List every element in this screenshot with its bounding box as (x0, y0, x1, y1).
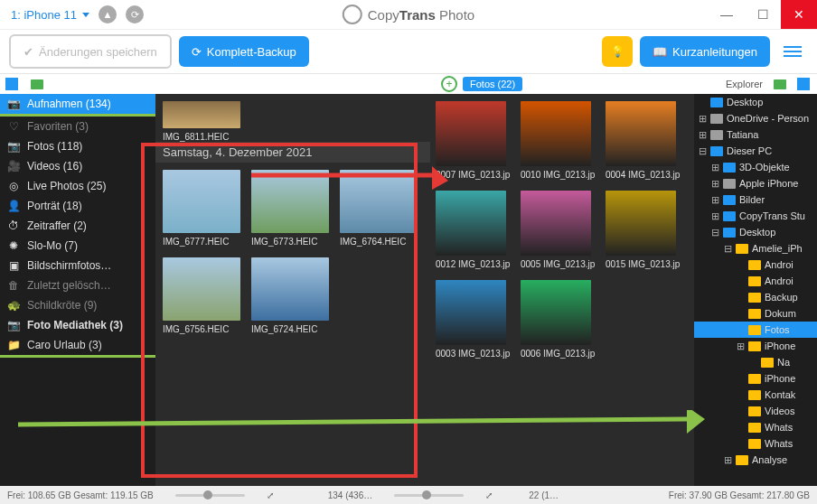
refresh-icon[interactable]: ⟳ (126, 5, 144, 23)
tree-twisty[interactable]: ⊞ (710, 210, 719, 222)
eject-icon[interactable]: ▲ (99, 5, 117, 23)
minimize-button[interactable]: — (709, 0, 745, 29)
tree-row[interactable]: ⊟Dieser PC (694, 143, 817, 159)
sidebar-item[interactable]: ◎Live Photos (25) (0, 176, 155, 196)
sidebar-icon: 🐢 (7, 299, 20, 312)
tree-row[interactable]: ⊞CopyTrans Stu (694, 208, 817, 224)
tree-row[interactable]: ⊞Bilder (694, 191, 817, 208)
tree-row[interactable]: iPhone (694, 370, 817, 387)
titlebar: 1: iPhone 11 ▲ ⟳ CopyTrans Photo — ☐ ✕ (0, 0, 817, 30)
photo-thumb[interactable]: 0012 IMG_0213.jpg (436, 191, 510, 269)
photo-thumb[interactable]: IMG_6811.HEIC (163, 101, 240, 142)
tab-fotos[interactable]: Fotos (22) (463, 77, 522, 91)
tree-row[interactable]: ⊟Desktop (694, 224, 817, 240)
photo-thumb[interactable]: 0004 IMG_0213.jpeg (606, 101, 680, 180)
menu-button[interactable] (777, 46, 808, 57)
save-changes-button[interactable]: ✔ Änderungen speichern (9, 34, 172, 69)
sidebar-item[interactable]: ♡Favoriten (3) (0, 117, 155, 136)
tree-twisty[interactable]: ⊞ (698, 129, 707, 141)
folder-icon (723, 163, 736, 173)
photo-thumb[interactable]: IMG_6773.HEIC (251, 170, 329, 247)
folder-icon[interactable] (31, 79, 43, 89)
sidebar-item[interactable]: 👤Porträt (18) (0, 196, 155, 216)
tree-row[interactable]: ⊞Tatiana (694, 126, 817, 143)
full-backup-button[interactable]: ⟳ Komplett-Backup (179, 36, 309, 67)
hint-button[interactable]: 💡 (602, 36, 633, 67)
tree-row[interactable]: ⊞iPhone (694, 338, 817, 354)
photo-thumb[interactable]: 0006 IMG_0213.jpg (521, 280, 595, 359)
sidebar-item[interactable]: ✺Slo-Mo (7) (0, 236, 155, 256)
thumbnail-image (436, 101, 506, 166)
folder-icon[interactable] (774, 79, 786, 89)
sidebar-item[interactable]: 🐢Schildkröte (9) (0, 295, 155, 315)
tree-row[interactable]: Androi (694, 257, 817, 273)
tree-twisty[interactable]: ⊟ (710, 227, 719, 238)
photo-thumb[interactable]: IMG_6764.HEIC (340, 170, 418, 247)
sidebar-item[interactable]: 📁Caro Urlaub (3) (0, 335, 155, 358)
zoom-slider[interactable] (175, 494, 245, 497)
close-button[interactable]: ✕ (781, 0, 817, 29)
tree-twisty[interactable]: ⊟ (723, 243, 732, 255)
status-mid2: 22 (1… (529, 490, 559, 500)
tree-twisty[interactable]: ⊞ (710, 178, 719, 190)
refresh-icon: ⟳ (192, 45, 202, 59)
play-icon[interactable] (5, 78, 18, 90)
device-selector[interactable]: 1: iPhone 11 (11, 8, 89, 22)
tree-row[interactable]: ⊞OneDrive - Person (694, 110, 817, 126)
sidebar-item[interactable]: ⏱Zeitraffer (2) (0, 216, 155, 236)
tree-twisty[interactable]: ⊞ (710, 194, 719, 206)
photo-thumb[interactable]: IMG_6777.HEIC (163, 170, 240, 247)
tree-row[interactable]: Androi (694, 273, 817, 289)
add-icon[interactable]: + (441, 76, 457, 92)
status-right: Frei: 37.90 GB Gesamt: 217.80 GB (669, 490, 810, 500)
sidebar-item[interactable]: 📷Foto Mediathek (3) (0, 315, 155, 335)
tree-row[interactable]: Kontak (694, 387, 817, 403)
tree-row[interactable]: Dokum (694, 305, 817, 322)
thumbnail-image (436, 280, 506, 345)
sidebar-item[interactable]: ▣Bildschirmfotos… (0, 256, 155, 275)
guides-button[interactable]: 📖 Kurzanleitungen (640, 36, 770, 67)
caption: IMG_6811.HEIC (163, 132, 240, 142)
maximize-button[interactable]: ☐ (745, 0, 781, 29)
tree-row[interactable]: Na (694, 354, 817, 370)
sidebar-item[interactable]: 🎥Videos (16) (0, 156, 155, 176)
caption: 0012 IMG_0213.jpg (436, 259, 510, 269)
zoom-slider[interactable] (394, 494, 464, 497)
photo-thumb[interactable]: 0015 IMG_0213.jpg (606, 191, 680, 269)
photo-thumb[interactable]: IMG_6724.HEIC (251, 257, 329, 334)
tree-row[interactable]: ⊞3D-Objekte (694, 159, 817, 175)
tree-row[interactable]: Fotos (694, 322, 817, 338)
collapse-icon[interactable] (797, 78, 810, 90)
photo-thumb[interactable]: 0010 IMG_0213.jpg (521, 101, 595, 180)
tree-label: Whats (765, 422, 793, 433)
tree-twisty[interactable]: ⊞ (736, 341, 745, 352)
tree-twisty[interactable]: ⊞ (723, 454, 732, 466)
tree-row[interactable]: ⊞Analyse (694, 452, 817, 468)
tree-twisty[interactable]: ⊞ (710, 162, 719, 173)
tree-twisty[interactable]: ⊞ (698, 113, 707, 125)
explorer-tree: Desktop⊞OneDrive - Person⊞Tatiana⊟Dieser… (694, 94, 817, 486)
photo-thumb[interactable]: 0007 IMG_0213.jpg (436, 101, 510, 180)
sidebar-label: Slo-Mo (7) (27, 239, 78, 252)
sidebar-item[interactable]: 📷Fotos (118) (0, 136, 155, 156)
tree-label: OneDrive - Person (727, 113, 809, 124)
sidebar-item[interactable]: 📷Aufnahmen (134) (0, 94, 155, 117)
tree-row[interactable]: Whats (694, 419, 817, 435)
caption: 0003 IMG_0213.jpg (436, 349, 510, 359)
tree-row[interactable]: ⊟Amelie_iPh (694, 240, 817, 257)
photo-thumb[interactable]: 0003 IMG_0213.jpg (436, 280, 510, 359)
device-label: 1: iPhone 11 (11, 8, 77, 22)
tree-label: Desktop (739, 227, 775, 238)
tree-row[interactable]: Videos (694, 403, 817, 419)
tree-twisty[interactable]: ⊟ (698, 145, 707, 157)
expand-icon[interactable]: ⤢ (267, 490, 274, 500)
folder-icon (710, 130, 723, 140)
photo-thumb[interactable]: IMG_6756.HEIC (163, 257, 240, 334)
tree-row[interactable]: Desktop (694, 94, 817, 110)
expand-icon[interactable]: ⤢ (485, 490, 493, 500)
tree-row[interactable]: Whats (694, 435, 817, 452)
tree-row[interactable]: Backup (694, 289, 817, 305)
tree-row[interactable]: ⊞Apple iPhone (694, 175, 817, 191)
sidebar-item[interactable]: 🗑Zuletzt gelösch… (0, 275, 155, 295)
photo-thumb[interactable]: 0005 IMG_0213.jpg (521, 191, 595, 269)
